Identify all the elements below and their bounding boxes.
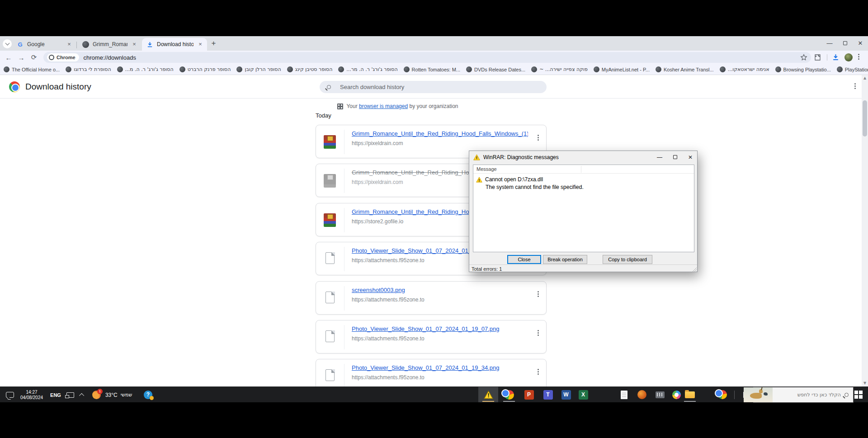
taskbar-winrar-warning[interactable]: ! [478, 387, 498, 402]
window-minimize-button[interactable]: — [822, 36, 837, 50]
extensions-icon[interactable] [814, 54, 821, 61]
window-close-button[interactable]: ✕ [853, 36, 868, 50]
dialog-close-icon[interactable]: ✕ [683, 151, 698, 163]
downloads-menu-icon[interactable] [854, 83, 856, 89]
bookmark-item[interactable]: הסופר סטיבן קינג [287, 66, 333, 72]
window-maximize-button[interactable] [837, 36, 853, 50]
taskbar-search-box[interactable] [753, 387, 854, 403]
taskbar-file-explorer[interactable] [680, 387, 700, 402]
back-button[interactable]: ← [4, 52, 14, 62]
taskbar-notepad[interactable] [614, 387, 634, 402]
taskbar-teams[interactable]: T [538, 387, 558, 402]
forward-button[interactable]: → [16, 52, 26, 62]
taskbar-app-orange[interactable] [632, 387, 652, 402]
download-file-link[interactable]: Photo_Viewer_Slide_Show_01_07_2024_01_19… [352, 364, 500, 371]
input-indicator-icon[interactable] [66, 392, 74, 398]
file-icon [324, 252, 335, 264]
download-file-link[interactable]: Grimm_Romance_Until_the_Red_Riding_Hood_… [352, 130, 528, 137]
dialog-minimize-button[interactable]: — [652, 151, 667, 163]
address-bar[interactable]: Chrome chrome://downloads [43, 52, 811, 63]
taskbar-chrome[interactable] [499, 387, 519, 402]
taskbar-powerpoint[interactable]: P [519, 387, 539, 402]
weather-description[interactable]: שמשי [121, 392, 132, 398]
new-tab-button[interactable]: + [210, 40, 217, 47]
bookmark-item[interactable]: Kosher Anime Transl... [656, 66, 714, 72]
search-input[interactable] [340, 84, 540, 90]
bookmark-item[interactable]: הסופרת לי ברדוגו [66, 66, 111, 72]
screen: G Google × Grimm_Romance_Until_the_Red ×… [0, 0, 868, 438]
download-source-url: https://pixeldrain.com [352, 179, 403, 185]
bookmark-label: הסופר הרלן קובן [245, 66, 281, 72]
bookmark-item[interactable]: הסופר פרנק הרברט [179, 66, 231, 72]
notification-app-icon[interactable]: 1 [92, 391, 101, 399]
downloads-toolbar-icon[interactable] [832, 53, 840, 61]
copy-to-clipboard-button[interactable]: Copy to clipboard [603, 255, 652, 264]
managed-link[interactable]: browser is managed [359, 103, 408, 109]
download-item-menu-icon[interactable] [536, 289, 541, 299]
running-indicator [684, 401, 696, 402]
globe-favicon-icon [236, 66, 242, 72]
globe-favicon-icon [720, 66, 726, 72]
taskbar-search-input[interactable] [773, 392, 844, 398]
download-source-url: https://attachments.f95zone.to [352, 374, 425, 381]
svg-text:!: ! [476, 155, 477, 160]
break-operation-button[interactable]: Break operation [543, 255, 587, 264]
teams-icon: T [543, 390, 553, 400]
start-button[interactable] [854, 391, 863, 399]
bookmark-item[interactable]: PlayStation Store -... [837, 66, 868, 72]
bookmark-item[interactable]: MyAnimeList.net - P... [594, 66, 650, 72]
bookmark-item[interactable]: Browsing Playstatio... [775, 66, 831, 72]
download-item-menu-icon[interactable] [536, 367, 541, 377]
browser-menu-icon[interactable] [858, 54, 859, 60]
scrollbar-thumb[interactable] [863, 100, 867, 137]
help-icon[interactable]: ? [144, 391, 152, 399]
download-source-url: https://attachments.f95zone.to [352, 335, 425, 342]
bookmark-item[interactable]: הסופר ג'ורג' ר. ה. מר... [338, 66, 397, 72]
close-button[interactable]: Close [507, 255, 541, 264]
download-item-menu-icon[interactable] [536, 133, 541, 142]
bookmark-item[interactable]: הסופר ג'ורג' ר. ה. מ... [117, 66, 174, 72]
taskbar-excel[interactable]: X [573, 387, 593, 402]
bookmark-item[interactable]: אנימה ישראטאקו... [720, 66, 769, 72]
winrar-archive-icon [324, 174, 336, 188]
bookmark-star-icon[interactable] [800, 54, 807, 61]
download-source-url: https://attachments.f95zone.to [352, 297, 425, 303]
download-file-link[interactable]: Photo_Viewer_Slide_Show_01_07_2024_01_19… [352, 325, 500, 332]
hidden-icons-chevron[interactable] [79, 393, 84, 398]
bookmark-label: הסופר ג'ורג' ר. ה. מר... [346, 66, 397, 72]
bookmark-item[interactable]: הסופר הרלן קובן [236, 66, 281, 72]
resize-grip[interactable] [692, 268, 697, 272]
scroll-down-icon[interactable]: ▼ [862, 380, 868, 386]
tab-grimm[interactable]: Grimm_Romance_Until_the_Red × [78, 38, 141, 51]
dialog-message-list: Message ! Cannot open D:\7zxa.dll The sy… [473, 165, 694, 252]
weather-temperature[interactable]: 33°C [105, 392, 118, 398]
bookmarks-bar: The Official Home o... הסופרת לי ברדוגו … [0, 64, 868, 75]
bookmark-item[interactable]: The Official Home o... [4, 66, 60, 72]
close-tab-icon[interactable]: × [131, 41, 137, 47]
language-indicator[interactable]: ENG [50, 392, 61, 398]
taskbar-browser-circle[interactable] [712, 387, 732, 402]
url-chip[interactable]: Chrome [47, 53, 79, 61]
download-file-link[interactable]: screenshot0003.png [352, 287, 405, 293]
tab-download-history[interactable]: Download history × [142, 38, 207, 51]
bookmark-item[interactable]: פוקה צפייה ישירה... ~ [531, 66, 588, 72]
page-scrollbar[interactable]: ▲ ▼ [862, 75, 868, 386]
bookmark-item[interactable]: Rotten Tomatoes: M... [404, 66, 460, 72]
bookmark-item[interactable]: DVDs Release Dates... [466, 66, 525, 72]
bookmark-label: הסופר פרנק הרברט [188, 66, 231, 72]
tab-search-button[interactable] [3, 39, 12, 48]
profile-avatar[interactable] [844, 53, 853, 61]
download-item-menu-icon[interactable] [536, 328, 541, 338]
close-tab-icon[interactable]: × [66, 41, 72, 47]
tab-google[interactable]: G Google × [12, 38, 76, 51]
close-tab-icon[interactable]: × [197, 41, 203, 47]
tab-label: Grimm_Romance_Until_the_Red [93, 41, 127, 47]
search-highlight-image[interactable] [744, 387, 773, 402]
scroll-up-icon[interactable]: ▲ [862, 75, 868, 81]
downloads-search[interactable] [320, 81, 547, 93]
taskbar-clock[interactable]: 14:27 04/08/2024 [20, 390, 43, 400]
chat-icon[interactable] [6, 392, 14, 398]
warning-icon: ! [484, 391, 493, 399]
reload-button[interactable]: ⟳ [29, 52, 39, 62]
dialog-maximize-button[interactable] [667, 151, 683, 163]
